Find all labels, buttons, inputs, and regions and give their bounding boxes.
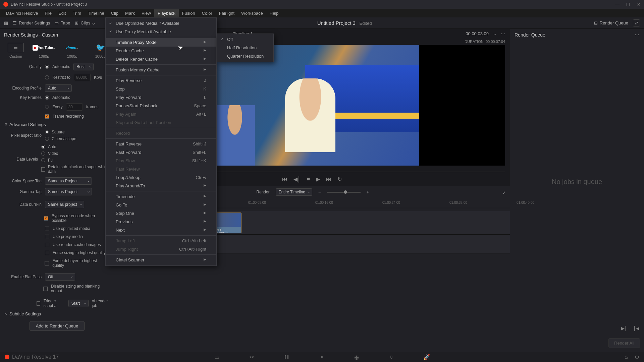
- dl-video-radio[interactable]: [41, 152, 45, 156]
- zoom-slider[interactable]: [327, 192, 361, 193]
- viewer-timecode[interactable]: 00:00:03:09: [466, 31, 489, 36]
- encoding-profile-select[interactable]: Auto: [45, 84, 72, 92]
- nav-media-icon[interactable]: ▭: [214, 354, 219, 360]
- preset-vimeo[interactable]: vimeo ⌵1080p: [60, 43, 84, 58]
- nav-edit-icon[interactable]: ⫿⫿: [284, 354, 289, 360]
- render-range-select[interactable]: Entire Timeline: [276, 188, 312, 196]
- menu-item-previous[interactable]: Previous▶: [106, 218, 216, 226]
- menu-item-step-one[interactable]: Step One▶: [106, 209, 216, 218]
- loop-icon[interactable]: ↻: [337, 176, 342, 182]
- submenu-off[interactable]: ✓Off: [217, 35, 273, 44]
- forcesizing-check[interactable]: [45, 251, 49, 255]
- preset-custom[interactable]: ▭Custom: [4, 43, 28, 58]
- zoom-in-icon[interactable]: +: [367, 190, 369, 195]
- minimize-icon[interactable]: —: [615, 2, 620, 7]
- menu-clip[interactable]: Clip: [108, 9, 122, 17]
- optmedia-check[interactable]: [45, 227, 49, 231]
- flatpass-select[interactable]: Off: [45, 273, 75, 281]
- quality-select[interactable]: Best: [73, 63, 94, 70]
- kf-every-radio[interactable]: [45, 105, 49, 109]
- menu-item-play-around-to[interactable]: Play Around/To▶: [106, 182, 216, 190]
- proxymedia-check[interactable]: [45, 235, 49, 239]
- menu-item-pause-start-playback[interactable]: Pause/Start PlaybackSpace: [106, 102, 216, 110]
- zoom-out-icon[interactable]: −: [318, 190, 321, 195]
- nav-home-icon[interactable]: ⌂: [625, 354, 628, 360]
- submenu-quarter-resolution[interactable]: Quarter Resolution: [217, 52, 273, 60]
- menu-item-timecode[interactable]: Timecode▶: [106, 192, 216, 201]
- kf-auto-radio[interactable]: [45, 96, 49, 100]
- render-queue-button[interactable]: ⊟ Render Queue: [594, 20, 628, 25]
- menu-trim[interactable]: Trim: [69, 9, 85, 17]
- gamma-select[interactable]: Same as Project: [45, 188, 92, 195]
- menu-fusion[interactable]: Fusion: [179, 9, 199, 17]
- par-cinema-radio[interactable]: [45, 137, 49, 141]
- quality-restrict-radio[interactable]: [45, 75, 49, 79]
- prev-frame-icon[interactable]: ◀│: [293, 176, 301, 182]
- menu-file[interactable]: File: [41, 9, 55, 17]
- render-settings-button[interactable]: ☲ Render Settings: [13, 20, 50, 25]
- menu-davinci-resolve[interactable]: DaVinci Resolve: [3, 9, 41, 17]
- last-frame-icon[interactable]: ⏭: [326, 176, 331, 182]
- menu-item-stop[interactable]: StopK: [106, 85, 216, 93]
- add-to-render-queue-button[interactable]: Add to Render Queue: [30, 321, 85, 331]
- nav-fusion-icon[interactable]: ✦: [320, 354, 324, 360]
- first-frame-icon[interactable]: ⏮: [282, 176, 287, 182]
- menu-color[interactable]: Color: [199, 9, 216, 17]
- bypass-check[interactable]: [44, 216, 48, 221]
- timeline-ruler[interactable]: 01:00:00:0001:00:08:0001:00:16:0001:00:2…: [181, 198, 510, 208]
- render-queue-menu-icon[interactable]: ⋯: [635, 32, 639, 38]
- menu-playback[interactable]: Playback: [154, 9, 179, 17]
- menu-item-render-cache[interactable]: Render Cache▶: [106, 47, 216, 55]
- advanced-settings-toggle[interactable]: ▽Advanced Settings: [5, 122, 109, 127]
- quality-auto-radio[interactable]: [45, 65, 49, 69]
- rq-next-icon[interactable]: ▶│: [621, 326, 627, 331]
- menu-item-timeline-proxy-mode[interactable]: Timeline Proxy Mode▶: [106, 38, 216, 47]
- close-icon[interactable]: ✕: [637, 2, 641, 7]
- menu-item-fast-reverse[interactable]: Fast ReverseShift+J: [106, 140, 216, 148]
- subtitle-settings-toggle[interactable]: ▷Subtitle Settings: [5, 311, 109, 316]
- tape-button[interactable]: ▭ Tape: [55, 20, 70, 25]
- forcedebayer-check[interactable]: [45, 261, 49, 265]
- rendercached-check[interactable]: [45, 243, 49, 247]
- panels-icon[interactable]: ▦: [4, 20, 8, 25]
- dl-full-radio[interactable]: [41, 158, 45, 162]
- menu-item-play-reverse[interactable]: Play ReverseJ: [106, 76, 216, 85]
- menu-item-loop-unloop[interactable]: Loop/UnloopCtrl+/: [106, 173, 216, 182]
- par-square-radio[interactable]: [45, 130, 49, 134]
- clips-button[interactable]: ⊞ Clips ⌵: [75, 20, 95, 25]
- trigger-check[interactable]: [37, 301, 40, 306]
- dl-retain-check[interactable]: [41, 167, 45, 172]
- viewer-menu-icon[interactable]: ⋯: [501, 31, 505, 36]
- menu-mark[interactable]: Mark: [122, 9, 138, 17]
- disablesizing-check[interactable]: [43, 287, 48, 291]
- render-all-button[interactable]: Render All: [608, 338, 640, 348]
- nav-settings-icon[interactable]: ⚙: [635, 354, 639, 360]
- rq-prev-icon[interactable]: │◀: [633, 326, 639, 331]
- frame-reorder-check[interactable]: [45, 114, 49, 119]
- menu-timeline[interactable]: Timeline: [85, 9, 108, 17]
- audio-icon[interactable]: ♪: [503, 190, 505, 195]
- menu-help[interactable]: Help: [266, 9, 282, 17]
- databurnin-select[interactable]: Same as project: [45, 201, 84, 208]
- menu-fairlight[interactable]: Fairlight: [216, 9, 238, 17]
- stop-icon[interactable]: ■: [307, 176, 310, 182]
- preset-youtube[interactable]: ▶ YouTube ⌵1080p: [32, 43, 56, 58]
- menu-workspace[interactable]: Workspace: [238, 9, 266, 17]
- colorspace-select[interactable]: Same as Project: [45, 177, 92, 185]
- menu-item-fusion-memory-cache[interactable]: Fusion Memory Cache▶: [106, 66, 216, 74]
- menu-edit[interactable]: Edit: [55, 9, 69, 17]
- play-icon[interactable]: ▶: [316, 176, 320, 182]
- nav-color-icon[interactable]: ◉: [354, 354, 359, 360]
- menu-item-play-forward[interactable]: Play ForwardL: [106, 93, 216, 102]
- maximize-icon[interactable]: ❐: [626, 2, 630, 7]
- menu-item-delete-render-cache[interactable]: Delete Render Cache▶: [106, 55, 216, 63]
- dl-auto-radio[interactable]: [41, 145, 45, 149]
- menu-item-go-to[interactable]: Go To▶: [106, 201, 216, 209]
- submenu-half-resolution[interactable]: Half Resolution: [217, 44, 273, 52]
- menu-item-fast-forward[interactable]: Fast ForwardShift+L: [106, 148, 216, 157]
- nav-deliver-icon[interactable]: 🚀: [423, 354, 430, 360]
- menu-view[interactable]: View: [138, 9, 154, 17]
- menu-item-next[interactable]: Next▶: [106, 226, 216, 234]
- menu-item-cintel-scanner[interactable]: Cintel Scanner▶: [106, 256, 216, 264]
- expand-icon[interactable]: ⤢: [633, 19, 640, 26]
